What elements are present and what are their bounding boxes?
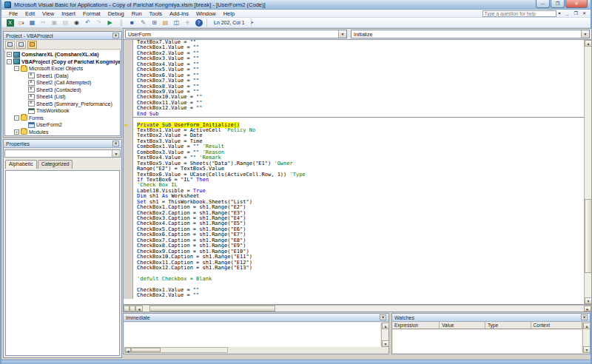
expand-icon[interactable]: + <box>7 52 12 57</box>
undo-button[interactable]: ↶ <box>83 18 92 27</box>
code-horizontal-scrollbar[interactable]: ◄ ► <box>123 305 592 312</box>
immediate-hscroll-thumb[interactable] <box>131 348 161 352</box>
mdi-restore-icon[interactable]: ❐ <box>572 10 580 17</box>
tree-item[interactable]: Sheet4 (List) <box>5 93 120 101</box>
menu-format[interactable]: Format <box>79 10 104 17</box>
margin-indicator-bar[interactable] <box>124 144 133 149</box>
tree-item[interactable]: Sheet1 (Data) <box>5 73 120 80</box>
scroll-up-icon[interactable]: ▲ <box>583 323 591 329</box>
menu-debug[interactable]: Debug <box>104 10 128 17</box>
margin-indicator-bar[interactable] <box>124 216 133 221</box>
margin-indicator-bar[interactable] <box>124 200 133 205</box>
immediate-input-area[interactable] <box>124 323 380 347</box>
margin-indicator-bar[interactable] <box>124 51 133 56</box>
scroll-down-icon[interactable]: ▼ <box>382 340 389 347</box>
margin-indicator-bar[interactable] <box>124 90 133 95</box>
scroll-up-icon[interactable]: ▲ <box>382 323 389 329</box>
help-button[interactable]: ? <box>194 18 204 27</box>
margin-indicator-bar[interactable] <box>124 133 133 138</box>
margin-indicator-bar[interactable] <box>124 249 133 255</box>
toggle-folders-button[interactable] <box>27 41 37 49</box>
save-button[interactable]: ▦ <box>27 18 37 27</box>
mdi-close-icon[interactable]: ✕ <box>580 10 588 17</box>
immediate-horizontal-scrollbar[interactable]: ◄ <box>124 347 228 353</box>
margin-indicator-bar[interactable] <box>124 232 133 237</box>
margin-indicator-bar[interactable] <box>124 178 133 183</box>
margin-indicator-bar[interactable] <box>124 183 133 188</box>
collapse-icon[interactable]: - <box>14 115 19 121</box>
collapse-icon[interactable]: - <box>14 66 19 71</box>
margin-indicator-bar[interactable] <box>124 288 133 293</box>
object-browser-button[interactable]: ◫ <box>172 18 181 27</box>
menu-window[interactable]: Window <box>192 10 220 17</box>
properties-list[interactable] <box>5 170 120 356</box>
tree-item[interactable]: +ComshareXL (ComshareXL.xla) <box>5 51 120 58</box>
menu-help[interactable]: Help <box>220 10 238 17</box>
tree-item[interactable]: ThisWorkbook <box>5 107 120 115</box>
collapse-icon[interactable]: - <box>7 59 12 64</box>
maximize-button[interactable]: ❐ <box>551 0 565 8</box>
margin-indicator-bar[interactable] <box>124 155 133 161</box>
margin-indicator-bar[interactable] <box>124 40 133 45</box>
watches-column-value[interactable]: Value <box>440 322 485 328</box>
toolbar-options-icon[interactable]: ▾ <box>556 10 563 17</box>
chevron-down-icon[interactable]: ▼ <box>338 30 346 38</box>
margin-indicator-bar[interactable] <box>124 211 133 216</box>
chevron-down-icon[interactable]: ▾ <box>22 21 24 25</box>
margin-indicator-bar[interactable] <box>124 45 133 50</box>
menu-tools[interactable]: Tools <box>146 10 166 17</box>
margin-indicator-bar[interactable] <box>124 227 133 232</box>
chevron-down-icon[interactable]: ▼ <box>581 30 589 38</box>
object-dropdown[interactable]: UserForm ▼ <box>125 30 347 38</box>
procedure-view-button[interactable] <box>124 306 130 311</box>
menu-run[interactable]: Run <box>128 10 146 17</box>
watches-list[interactable] <box>393 330 582 353</box>
watches-column-context[interactable]: Context <box>531 322 582 328</box>
margin-indicator-bar[interactable] <box>124 293 133 298</box>
view-object-button[interactable] <box>16 41 26 49</box>
menu-addins[interactable]: Add-Ins <box>166 10 192 17</box>
margin-indicator-bar[interactable] <box>124 56 133 61</box>
margin-indicator-bar[interactable] <box>124 189 133 194</box>
tree-item[interactable]: Sheet5 (Summary_Preformance) <box>5 101 120 108</box>
properties-object-select[interactable]: ▼ <box>4 149 121 158</box>
reset-button[interactable]: ■ <box>127 18 137 27</box>
scroll-down-icon[interactable]: ▼ <box>583 346 591 353</box>
menu-insert[interactable]: Insert <box>58 10 79 17</box>
margin-indicator-bar[interactable] <box>124 282 133 287</box>
tab-alphabetic[interactable]: Alphabetic <box>5 160 37 169</box>
tree-item[interactable]: UserForm2 <box>5 121 120 129</box>
margin-indicator-bar[interactable] <box>124 255 133 260</box>
tree-item[interactable]: Sheet3 (Contacted) <box>5 87 120 94</box>
watches-close-icon[interactable]: ✕ <box>581 314 588 320</box>
menu-view[interactable]: View <box>38 10 58 17</box>
margin-indicator-bar[interactable] <box>124 67 133 73</box>
project-close-icon[interactable]: ✕ <box>112 33 119 38</box>
margin-indicator-bar[interactable] <box>124 101 133 106</box>
margin-indicator-bar[interactable] <box>124 73 133 78</box>
margin-indicator-bar[interactable] <box>124 128 133 133</box>
margin-indicator-bar[interactable] <box>124 139 133 144</box>
insert-userform-button[interactable]: ▭▾ <box>16 18 26 27</box>
design-mode-button[interactable]: ✎ <box>138 18 148 27</box>
view-code-button[interactable] <box>5 41 15 49</box>
properties-close-icon[interactable]: ✕ <box>112 141 119 146</box>
margin-indicator-bar[interactable] <box>124 84 133 90</box>
watches-vertical-scrollbar[interactable]: ▲ ▼ <box>582 323 590 353</box>
margin-indicator-bar[interactable]: ► <box>124 123 133 128</box>
menu-file[interactable]: File <box>5 10 21 17</box>
tree-item[interactable]: -VBAProject (Copy of Parichat Kongmiya.x… <box>5 58 120 66</box>
procedure-dropdown[interactable]: Initialize ▼ <box>351 30 590 38</box>
margin-indicator-bar[interactable] <box>124 238 133 243</box>
watches-column-type[interactable]: Type <box>485 322 531 328</box>
tree-item[interactable]: Sheet2 (Call Attempted) <box>5 79 120 87</box>
scroll-left-icon[interactable]: ◄ <box>135 306 143 311</box>
margin-indicator-bar[interactable] <box>124 62 133 67</box>
margin-indicator-bar[interactable] <box>124 260 133 266</box>
margin-indicator-bar[interactable] <box>124 166 133 172</box>
margin-indicator-bar[interactable] <box>124 221 133 226</box>
full-module-view-button[interactable] <box>130 306 135 311</box>
code-scroll-thumb[interactable] <box>585 199 592 273</box>
code-hscroll-thumb[interactable] <box>149 306 275 311</box>
toolbar-overflow-icon[interactable]: ▸ <box>251 18 257 27</box>
